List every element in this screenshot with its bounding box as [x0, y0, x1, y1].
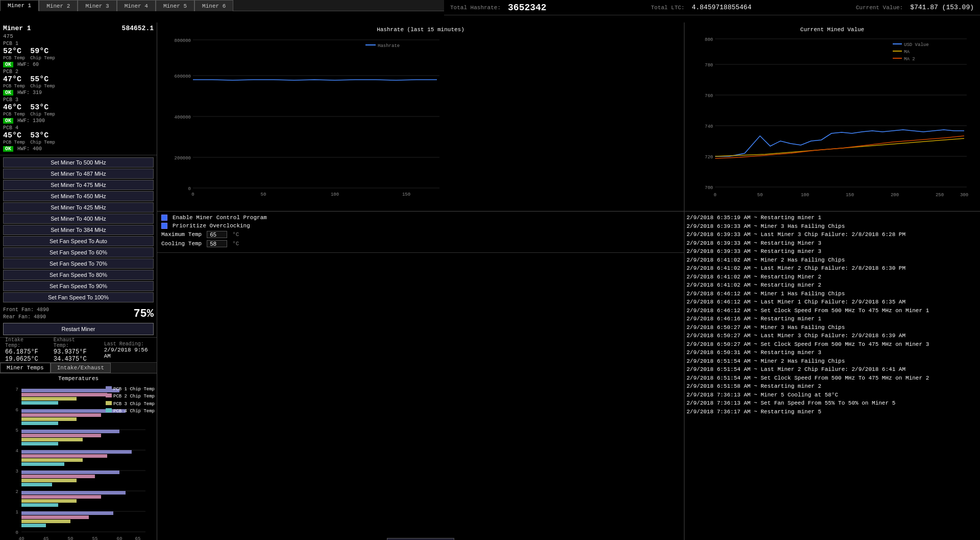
total-hashrate-value: 3652342 [508, 3, 547, 13]
svg-text:800: 800 [705, 37, 713, 42]
restart-miner-button[interactable]: Restart Miner [3, 323, 154, 335]
log-line: 2/9/2018 7:36:17 AM ~ Restarting miner 5 [687, 408, 978, 416]
svg-rect-33 [21, 442, 58, 445]
btn-500mhz[interactable]: Set Miner To 500 MHz [3, 157, 154, 168]
tab-miner3[interactable]: Miner 3 [78, 0, 116, 11]
svg-rect-29 [21, 421, 58, 425]
log-line: 2/9/2018 6:50:31 AM ~ Restarting miner 3 [687, 348, 978, 357]
tab-miner4[interactable]: Miner 4 [117, 0, 156, 11]
btn-487mhz[interactable]: Set Miner To 487 MHz [3, 169, 154, 179]
value-chart-title: Current Mined Value [689, 27, 976, 33]
pcb2-hwf: HWF: 319 [17, 90, 42, 96]
value-chart-svg: 800 780 760 740 720 700 0 [689, 34, 974, 202]
btn-fan-80[interactable]: Set Fan Speed To 80% [3, 270, 154, 280]
svg-text:150: 150 [402, 192, 410, 197]
svg-rect-41 [21, 483, 52, 486]
control-program-section: Enable Miner Control Program Prioritize … [157, 212, 684, 253]
btn-fan-100[interactable]: Set Fan Speed To 100% [3, 292, 154, 302]
manual-save-row: Manual Data Save [157, 536, 684, 540]
svg-rect-32 [21, 438, 83, 441]
svg-text:300: 300 [960, 193, 968, 198]
svg-text:60: 60 [117, 536, 122, 540]
pcb4-label: PCB 4 [3, 125, 154, 131]
svg-text:100: 100 [801, 193, 809, 198]
svg-rect-46 [21, 511, 113, 515]
prioritize-overclocking-checkbox[interactable] [161, 223, 167, 229]
pcb2-pcb-temp: 47°C [3, 75, 25, 84]
svg-rect-28 [21, 417, 77, 421]
svg-rect-47 [21, 515, 89, 519]
total-hashrate-label: Total Hashrate: [450, 5, 501, 11]
log-line: 2/9/2018 6:41:02 AM ~ Last Miner 2 Chip … [687, 264, 978, 273]
pcb1-status: OK [3, 62, 13, 67]
tab-miner5[interactable]: Miner 5 [156, 0, 194, 11]
tab-miner6[interactable]: Miner 6 [194, 0, 233, 11]
value-chart: Current Mined Value 800 780 760 740 720 … [684, 22, 980, 212]
svg-text:720: 720 [705, 155, 713, 160]
btab-intake-exhaust[interactable]: Intake/Exhaust [51, 363, 111, 373]
log-line: 2/9/2018 6:39:33 AM ~ Last Miner 3 Chip … [687, 230, 978, 239]
svg-text:1: 1 [16, 510, 18, 515]
svg-text:0: 0 [191, 192, 194, 197]
btn-fan-90[interactable]: Set Fan Speed To 90% [3, 281, 154, 291]
log-line: 2/9/2018 6:51:54 AM ~ Miner 2 Has Failin… [687, 357, 978, 366]
btn-fan-70[interactable]: Set Fan Speed To 70% [3, 259, 154, 269]
btn-450mhz[interactable]: Set Miner To 450 MHz [3, 191, 154, 201]
cooling-temp-label: Cooling Temp [161, 241, 202, 247]
max-temp-input[interactable] [207, 231, 227, 238]
log-line: 2/9/2018 6:46:12 AM ~ Miner 1 Has Failin… [687, 290, 978, 298]
svg-text:740: 740 [705, 124, 713, 129]
svg-rect-39 [21, 475, 95, 478]
svg-rect-35 [21, 454, 107, 458]
btn-400mhz[interactable]: Set Miner To 400 MHz [3, 214, 154, 224]
total-ltc-value: 4.8459718855464 [692, 4, 751, 11]
svg-text:7: 7 [16, 387, 18, 392]
svg-text:2: 2 [16, 489, 18, 495]
fan-percentage: 75% [133, 308, 154, 320]
tab-miner2[interactable]: Miner 2 [39, 0, 78, 11]
manual-save-button[interactable]: Manual Data Save [387, 538, 455, 540]
max-temp-label: Maximum Temp [161, 231, 202, 238]
pcb1-hwf: HWF: 60 [17, 62, 39, 67]
enable-control-checkbox[interactable] [161, 215, 167, 221]
log-line: 2/9/2018 6:50:27 AM ~ Last Miner 3 Chip … [687, 332, 978, 340]
svg-text:40: 40 [19, 536, 24, 540]
intake-temp-f: 66.1875°F [5, 348, 38, 356]
svg-text:50: 50 [68, 536, 74, 540]
btn-fan-auto[interactable]: Set Fan Speed To Auto [3, 236, 154, 246]
btn-475mhz[interactable]: Set Miner To 475 MHz [3, 180, 154, 190]
svg-text:55: 55 [92, 536, 98, 540]
exhaust-temp-f: 93.9375°F [54, 348, 89, 356]
hashrate-chart: Hashrate (last 15 minutes) 800000 600000… [157, 22, 684, 212]
bottom-tabs: Miner Temps Intake/Exhaust [0, 363, 157, 373]
tab-miner1[interactable]: Miner 1 [0, 0, 39, 11]
svg-text:MA: MA [904, 50, 910, 55]
cooling-temp-input[interactable] [207, 240, 227, 247]
log-line: 2/9/2018 6:50:27 AM ~ Miner 3 Has Failin… [687, 323, 978, 332]
current-value-value: $741.87 (153.09) [910, 4, 974, 11]
pcb1-chip-temp: 59°C [30, 47, 55, 56]
svg-text:250: 250 [936, 193, 944, 198]
btn-fan-60[interactable]: Set Fan Speed To 60% [3, 247, 154, 257]
log-line: 2/9/2018 6:35:19 AM ~ Restarting miner 1 [687, 214, 978, 222]
log-line: 2/9/2018 6:51:58 AM ~ Restarting miner 2 [687, 382, 978, 391]
svg-text:780: 780 [705, 63, 713, 68]
svg-text:800000: 800000 [175, 38, 191, 43]
pcb1-pcb-temp: 52°C [3, 47, 25, 56]
svg-text:3: 3 [16, 469, 18, 474]
pcb3-label: PCB 3 [3, 97, 154, 103]
btn-425mhz[interactable]: Set Miner To 425 MHz [3, 202, 154, 213]
pcb4-hwf: HWF: 400 [17, 146, 42, 152]
temp-chart-container: Temperatures 0 1 2 3 4 5 6 7 [0, 373, 157, 540]
hashrate-chart-title: Hashrate (last 15 minutes) [161, 27, 680, 33]
btab-miner-temps[interactable]: Miner Temps [0, 363, 51, 373]
pcb3-status: OK [3, 118, 13, 124]
pcb3-chip-temp: 53°C [30, 103, 55, 112]
pcb4-status: OK [3, 146, 13, 152]
miner-hashrate: 584652.1 [122, 25, 154, 32]
fan-info: Front Fan: 4890 Rear Fan: 4890 75% [0, 304, 157, 323]
pcb4-block: PCB 4 45°C PCB Temp 53°C Chip Temp OK HW… [3, 125, 154, 152]
log-line: 2/9/2018 6:39:33 AM ~ Restarting miner 3 [687, 247, 978, 256]
svg-text:0: 0 [16, 530, 18, 535]
btn-384mhz[interactable]: Set Miner To 384 MHz [3, 225, 154, 235]
